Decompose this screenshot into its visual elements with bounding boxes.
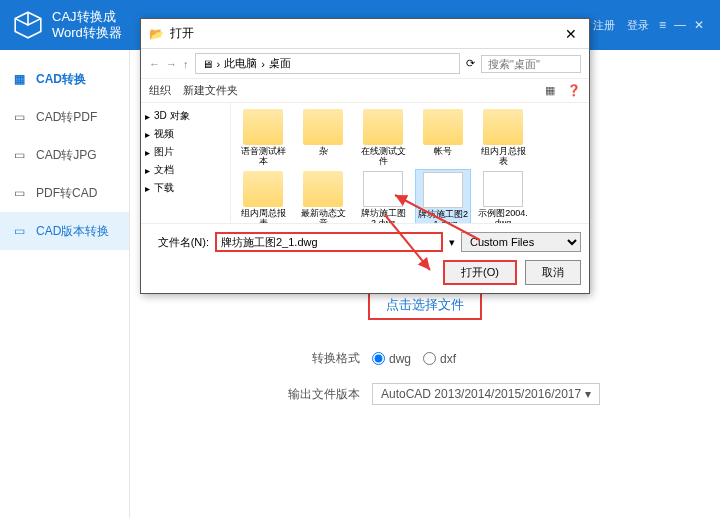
app-logo-icon (12, 9, 44, 41)
sidebar-item-cad-jpg[interactable]: ▭ CAD转JPG (0, 136, 129, 174)
menu-icon[interactable]: ≡ (659, 18, 666, 32)
refresh-icon[interactable]: ⟳ (466, 57, 475, 70)
sidebar-label: CAD版本转换 (36, 223, 109, 240)
select-file-button[interactable]: 点击选择文件 (368, 290, 482, 320)
file-item[interactable]: 最新动态文章 (295, 169, 351, 223)
open-dialog: 📂 打开 ✕ ← → ↑ 🖥 ›此电脑 ›桌面 ⟳ 组织 新建文件夹 ▦ ❓ ▸… (140, 18, 590, 294)
filter-select[interactable]: Custom Files (461, 232, 581, 252)
help-icon[interactable]: ❓ (567, 84, 581, 97)
cad-icon: ▦ (14, 72, 28, 86)
file-label: 组内月总报表 (477, 147, 529, 167)
sidebar-item-pdf-cad[interactable]: ▭ PDF转CAD (0, 174, 129, 212)
search-input[interactable] (481, 55, 581, 73)
file-item[interactable]: 牌坊施工图2.dwg (355, 169, 411, 223)
sidebar-item-cad-convert[interactable]: ▦ CAD转换 (0, 60, 129, 98)
folder-icon (483, 109, 523, 145)
cancel-button[interactable]: 取消 (525, 260, 581, 285)
folder-icon (363, 109, 403, 145)
dialog-title: 打开 (170, 25, 561, 42)
path-box[interactable]: 🖥 ›此电脑 ›桌面 (195, 53, 461, 74)
sidebar-label: CAD转换 (36, 71, 86, 88)
back-icon[interactable]: ← (149, 58, 160, 70)
file-item[interactable]: 组内周总报表 (235, 169, 291, 223)
sidebar-item-cad-pdf[interactable]: ▭ CAD转PDF (0, 98, 129, 136)
open-button[interactable]: 打开(O) (443, 260, 517, 285)
version-select[interactable]: AutoCAD 2013/2014/2015/2016/2017 ▾ (372, 383, 600, 405)
pc-icon: 🖥 (202, 58, 213, 70)
file-label: 帐号 (417, 147, 469, 157)
pdf-icon: ▭ (14, 110, 28, 124)
file-list: 语音测试样本杂在线测试文件帐号组内月总报表 组内周总报表最新动态文章牌坊施工图2… (231, 103, 589, 223)
file-item[interactable]: 帐号 (415, 107, 471, 169)
file-label: 牌坊施工图2_1.dwg (418, 210, 468, 223)
file-icon (483, 171, 523, 207)
close-app-icon[interactable]: ✕ (694, 18, 704, 32)
radio-dwg[interactable]: dwg (372, 352, 411, 366)
minimize-icon[interactable]: — (674, 18, 686, 32)
jpg-icon: ▭ (14, 148, 28, 162)
file-label: 示例图2004.dwg (477, 209, 529, 223)
chevron-down-icon[interactable]: ▾ (449, 236, 455, 249)
version-row: 输出文件版本 AutoCAD 2013/2014/2015/2016/2017 … (150, 383, 700, 405)
file-item[interactable]: 牌坊施工图2_1.dwg (415, 169, 471, 223)
format-label: 转换格式 (280, 350, 360, 367)
file-label: 牌坊施工图2.dwg (357, 209, 409, 223)
format-row: 转换格式 dwg dxf (150, 350, 700, 367)
file-item[interactable]: 示例图2004.dwg (475, 169, 531, 223)
file-item[interactable]: 组内月总报表 (475, 107, 531, 169)
folder-icon (423, 109, 463, 145)
file-icon (363, 171, 403, 207)
sidebar-label: CAD转PDF (36, 109, 97, 126)
folder-icon (243, 109, 283, 145)
folder-icon (243, 171, 283, 207)
file-label: 语音测试样本 (237, 147, 289, 167)
filename-input[interactable] (215, 232, 443, 252)
view-icon[interactable]: ▦ (545, 84, 555, 97)
file-label: 最新动态文章 (297, 209, 349, 223)
close-icon[interactable]: ✕ (561, 26, 581, 42)
convert-icon: ▭ (14, 186, 28, 200)
organize-menu[interactable]: 组织 (149, 83, 171, 98)
file-label: 杂 (297, 147, 349, 157)
new-folder-button[interactable]: 新建文件夹 (183, 83, 238, 98)
login-link[interactable]: 登录 (627, 18, 649, 33)
radio-dxf[interactable]: dxf (423, 352, 456, 366)
register-link[interactable]: 注册 (593, 18, 615, 33)
sidebar: ▦ CAD转换 ▭ CAD转PDF ▭ CAD转JPG ▭ PDF转CAD ▭ … (0, 50, 130, 518)
forward-icon[interactable]: → (166, 58, 177, 70)
file-icon (423, 172, 463, 208)
up-icon[interactable]: ↑ (183, 58, 189, 70)
sidebar-item-cad-version[interactable]: ▭ CAD版本转换 (0, 212, 129, 250)
tree-3d[interactable]: ▸3D 对象 (145, 107, 226, 125)
tree-video[interactable]: ▸视频 (145, 125, 226, 143)
app-title: CAJ转换成 Word转换器 (52, 9, 122, 40)
file-item[interactable]: 语音测试样本 (235, 107, 291, 169)
tree-docs[interactable]: ▸文档 (145, 161, 226, 179)
version-label: 输出文件版本 (280, 386, 360, 403)
sidebar-label: CAD转JPG (36, 147, 97, 164)
filename-label: 文件名(N): (149, 235, 209, 250)
version-icon: ▭ (14, 224, 28, 238)
folder-tree: ▸3D 对象 ▸视频 ▸图片 ▸文档 ▸下载 (141, 103, 231, 223)
tree-downloads[interactable]: ▸下载 (145, 179, 226, 197)
sidebar-label: PDF转CAD (36, 185, 97, 202)
file-label: 在线测试文件 (357, 147, 409, 167)
tree-images[interactable]: ▸图片 (145, 143, 226, 161)
folder-icon (303, 109, 343, 145)
file-label: 组内周总报表 (237, 209, 289, 223)
folder-icon (303, 171, 343, 207)
file-item[interactable]: 在线测试文件 (355, 107, 411, 169)
folder-open-icon: 📂 (149, 27, 164, 41)
file-item[interactable]: 杂 (295, 107, 351, 169)
